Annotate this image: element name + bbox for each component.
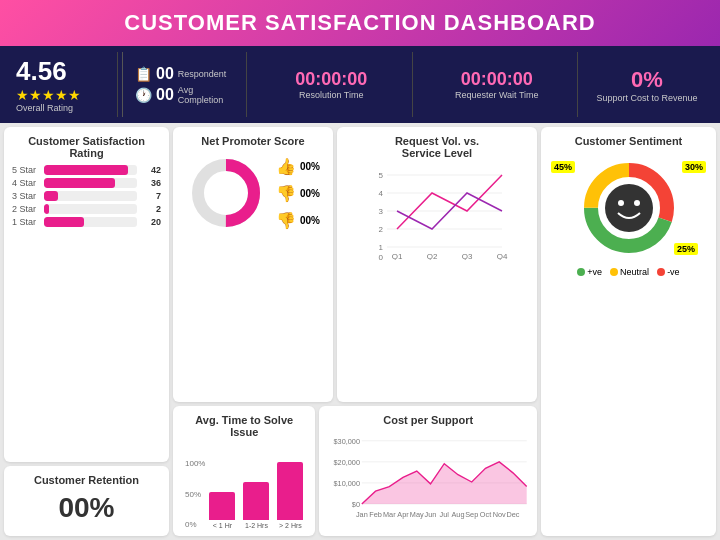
avg-time-chart: 100% 50% 0% < 1 Hr 1-2 Hrs [181, 444, 307, 529]
star-label: 5 Star [12, 165, 40, 175]
resolution-time-value: 00:00:00 [295, 69, 367, 90]
dashboard: CUSTOMER SATISFACTION DASHBOARD 4.56 ★★★… [0, 0, 720, 540]
respondent-label: Respondent [178, 69, 227, 79]
thumbs-mid-icon: 👎 [276, 184, 296, 203]
metrics-bar: 4.56 ★★★★★ Overall Rating 📋 00 Responden… [0, 46, 720, 123]
retention-value: 00% [12, 492, 161, 524]
clock-icon: 🕐 [135, 87, 152, 103]
sentiment-title: Customer Sentiment [549, 135, 708, 147]
svg-text:Q4: Q4 [497, 252, 508, 260]
svg-text:Apr: Apr [398, 510, 410, 519]
legend-neutral-dot [610, 268, 618, 276]
respondent-row: 📋 00 Respondent [135, 65, 238, 83]
sentiment-chart-container: 45% 30% 25% [549, 153, 708, 263]
svg-text:0: 0 [379, 253, 384, 260]
rating-label: Overall Rating [16, 103, 109, 113]
svg-text:May: May [410, 510, 424, 519]
bar-less1hr-label: < 1 Hr [213, 522, 232, 529]
rating-bar-row: 5 Star 42 [12, 165, 161, 175]
y-label-0: 0% [185, 520, 205, 529]
avg-time-y-axis: 100% 50% 0% [185, 459, 205, 529]
svg-text:Mar: Mar [383, 510, 396, 519]
star-label: 4 Star [12, 178, 40, 188]
calendar-icon: 📋 [135, 66, 152, 82]
y-label-50: 50% [185, 490, 205, 499]
star-label: 3 Star [12, 191, 40, 201]
svg-text:Q3: Q3 [462, 252, 473, 260]
rating-count: 7 [141, 191, 161, 201]
left-column: Customer SatisfactionRating 5 Star 42 4 … [4, 127, 169, 536]
rating-count: 20 [141, 217, 161, 227]
svg-text:$30,000: $30,000 [334, 437, 360, 446]
support-cost-value: 0% [631, 67, 663, 93]
bar-1-2hrs-fill [243, 482, 269, 520]
nps-negative-row: 👎 00% [276, 211, 320, 230]
rating-bar-container [44, 178, 137, 188]
rating-bar-container [44, 217, 137, 227]
sentiment-card: Customer Sentiment [541, 127, 716, 536]
mid-top-row: Net Promoter Score 👍 00% [173, 127, 537, 402]
nps-card: Net Promoter Score 👍 00% [173, 127, 333, 402]
overall-rating-box: 4.56 ★★★★★ Overall Rating [8, 52, 118, 117]
legend-positive-dot [577, 268, 585, 276]
requester-wait-value: 00:00:00 [461, 69, 533, 90]
divider-1 [122, 52, 123, 117]
bar-1-2hrs: 1-2 Hrs [243, 482, 269, 529]
sentiment-legend: +ve Neutral -ve [549, 267, 708, 277]
rating-bar-row: 4 Star 36 [12, 178, 161, 188]
avg-completion-count: 00 [156, 86, 174, 104]
legend-positive-label: +ve [587, 267, 602, 277]
avg-time-title: Avg. Time to Solve Issue [181, 414, 307, 438]
bar-more2hrs: > 2 Hrs [277, 462, 303, 529]
legend-negative-dot [657, 268, 665, 276]
sentiment-negative-label: 30% [682, 161, 706, 173]
star-label: 2 Star [12, 204, 40, 214]
svg-point-41 [618, 200, 624, 206]
nps-positive-row: 👍 00% [276, 157, 320, 176]
avg-time-card: Avg. Time to Solve Issue 100% 50% 0% < 1… [173, 406, 315, 536]
rating-bar-row: 3 Star 7 [12, 191, 161, 201]
svg-text:3: 3 [379, 207, 384, 216]
dashboard-title: CUSTOMER SATISFACTION DASHBOARD [124, 10, 595, 35]
nps-icons: 👍 00% 👎 00% 👎 00% [276, 157, 320, 230]
resolution-time-label: Resolution Time [299, 90, 364, 100]
nps-positive-value: 00% [300, 161, 320, 172]
right-column: Customer Sentiment [541, 127, 716, 536]
bar-less1hr: < 1 Hr [209, 492, 235, 529]
svg-text:Oct: Oct [480, 510, 491, 519]
dashboard-header: CUSTOMER SATISFACTION DASHBOARD [0, 0, 720, 46]
cost-support-chart: $30,000 $20,000 $10,000 $0 Jan Feb Mar A… [327, 432, 529, 532]
star-label: 1 Star [12, 217, 40, 227]
svg-text:Q2: Q2 [427, 252, 438, 260]
rating-bar-container [44, 191, 137, 201]
svg-text:Feb: Feb [370, 510, 383, 519]
nps-negative-value: 00% [300, 215, 320, 226]
svg-text:Jan: Jan [356, 510, 368, 519]
resolution-time-box: 00:00:00 Resolution Time [251, 52, 413, 117]
sentiment-donut [574, 153, 684, 263]
avg-time-bars: < 1 Hr 1-2 Hrs > 2 Hrs [209, 462, 303, 529]
legend-negative: -ve [657, 267, 680, 277]
main-content: Customer SatisfactionRating 5 Star 42 4 … [0, 123, 720, 540]
svg-text:$0: $0 [352, 500, 360, 509]
sentiment-neutral-label: 25% [674, 243, 698, 255]
rating-bar-fill [44, 217, 84, 227]
rating-count: 36 [141, 178, 161, 188]
bar-more2hrs-label: > 2 Hrs [279, 522, 302, 529]
counts-box: 📋 00 Respondent 🕐 00 Avg Completion [127, 52, 247, 117]
support-cost-label: Support Cost to Revenue [596, 93, 697, 103]
svg-text:Jun: Jun [425, 510, 437, 519]
sentiment-positive-label: 45% [551, 161, 575, 173]
rating-bar-container [44, 165, 137, 175]
svg-text:Q1: Q1 [392, 252, 403, 260]
legend-neutral: Neutral [610, 267, 649, 277]
thumbs-up-icon: 👍 [276, 157, 296, 176]
request-vol-chart: 5 4 3 2 1 0 Q1 Q2 Q3 Q4 [345, 165, 529, 260]
cost-support-title: Cost per Support [327, 414, 529, 426]
rating-bar-fill [44, 178, 115, 188]
rating-bars: 5 Star 42 4 Star 36 3 Star 7 2 Star 2 1 [12, 165, 161, 227]
middle-column: Net Promoter Score 👍 00% [173, 127, 537, 536]
svg-text:1: 1 [379, 243, 384, 252]
thumbs-down-icon: 👎 [276, 211, 296, 230]
nps-title: Net Promoter Score [181, 135, 325, 147]
